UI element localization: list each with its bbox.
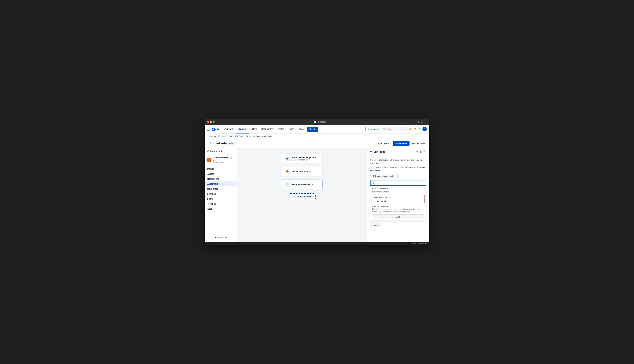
choose-fields-button[interactable]: ⚙ Choose fields to set... ▾ [370, 174, 398, 178]
turn-on-button[interactable]: Turn on rule [393, 141, 410, 146]
delete-button[interactable]: 🗑 [419, 150, 422, 153]
nav-item-filters[interactable]: Filters ▾ [249, 125, 260, 134]
nav-item-projects[interactable]: Projects ▾ [236, 125, 249, 134]
statusbar-user: Yuehu Lin (fntsr.tw) [412, 242, 427, 244]
chevron-down-icon: ▾ [234, 128, 235, 130]
flow-node-condition[interactable]: refined at is empty [282, 167, 322, 176]
nav-item-dashboards[interactable]: Dashboards ▾ [260, 125, 276, 134]
chevron-down-icon: ▾ [274, 128, 274, 130]
nav-item-apps[interactable]: Apps ▾ [297, 125, 306, 134]
browser-tab-icon: 📄 [314, 121, 316, 123]
trigger-text: When: Value changes for Story point esti… [292, 156, 316, 161]
main-layout: ⊕ Back to project i iThome Ironman 2024 … [205, 148, 429, 242]
share-icon[interactable]: ⬆ [418, 120, 420, 123]
project-name: iThome Ironman 2024 ... [213, 156, 235, 161]
sidebar-item-automation[interactable]: Automation [205, 182, 237, 186]
sidebar-item-toolchain[interactable]: Toolchain [205, 201, 237, 206]
chevron-right-icon: › [234, 198, 235, 200]
browser-tab-title: 私密瀏覽 [318, 120, 326, 123]
create-button[interactable]: Create [307, 127, 318, 132]
add-button[interactable]: Add [372, 214, 424, 219]
nav-item-teams[interactable]: Teams ▾ [276, 125, 287, 134]
nav-logo: ◆ Jira [207, 128, 220, 131]
apps-grid-icon[interactable] [207, 128, 210, 130]
condition-text: refined at is empty [292, 170, 310, 173]
chevron-down-icon: ▾ [396, 175, 396, 177]
sidebar-item-details[interactable]: Details [205, 166, 237, 172]
jira-logo[interactable]: ◆ Jira [212, 128, 220, 131]
breadcrumb-team[interactable]: iThome Ironman 2024 Team [218, 135, 244, 138]
project-logo: i [207, 158, 212, 162]
nav-item-plans[interactable]: Plans ▾ [287, 125, 297, 134]
breadcrumb-sep-1: / [217, 135, 217, 138]
minimize-dot[interactable] [210, 121, 212, 123]
jira-wordmark: Jira [215, 128, 220, 130]
new-badge: NEW [228, 142, 235, 145]
search-box[interactable]: 🔍 Search [382, 127, 406, 131]
traffic-lights [207, 121, 215, 123]
page-header: Untitled rule NEW Rule details Turn on r… [205, 139, 429, 148]
bookmark-icon[interactable]: □ [422, 120, 423, 123]
settings-icon[interactable]: ⚙ [418, 128, 420, 130]
sidebar-item-access[interactable]: Access [205, 172, 237, 176]
chevron-right-icon: › [234, 208, 235, 210]
notifications-icon[interactable]: 🔔 [408, 128, 412, 130]
breadcrumb-projects[interactable]: Projects [208, 135, 216, 138]
avatar[interactable]: YL [422, 127, 427, 131]
back-to-project[interactable]: ⊕ Back to project [205, 148, 237, 155]
chevron-down-icon: ▾ [285, 128, 286, 130]
copy-button[interactable]: ⧉ [416, 150, 418, 153]
field-search-field[interactable] [376, 180, 426, 186]
pencil-icon: ✏ [370, 150, 372, 153]
flow-node-action[interactable]: Then: Edit issue fields [282, 180, 322, 189]
sidebar: ⊕ Back to project i iThome Ironman 2024 … [205, 148, 238, 242]
edit-panel-title: ✏ Edit issue [370, 150, 385, 153]
titlebar-center: 📄 私密瀏覽 [224, 120, 416, 123]
close-dot[interactable] [207, 121, 209, 123]
invite-people-button[interactable]: Invite people [207, 235, 235, 240]
new-tab-icon[interactable]: ＋ [425, 120, 427, 123]
help-button[interactable]: ❓ [423, 150, 426, 153]
refined-at-checkbox[interactable] [374, 200, 376, 202]
nav-item-your-work[interactable]: Your work ▾ [222, 125, 236, 134]
nav-back-icon[interactable]: ‹ [218, 120, 220, 123]
cant-find-title: CAN'T FIND FIELD? [372, 206, 424, 207]
return-to-rules-button[interactable]: Return to rules [411, 141, 426, 146]
sidebar-item-board[interactable]: Board › [205, 196, 237, 201]
field-search-wrapper: ref [370, 180, 426, 186]
maximize-dot[interactable] [213, 121, 215, 123]
breadcrumb-automation: Automation [262, 135, 272, 138]
chevron-down-icon: ▾ [258, 128, 258, 130]
edit-panel-body: Set values for fields on the issue. Simp… [367, 156, 429, 242]
chevron-down-icon: ▾ [295, 128, 296, 130]
upgrade-icon: ✦ [368, 128, 369, 130]
breadcrumb-sep-3: / [261, 135, 261, 138]
gear-icon: ⚙ [372, 175, 374, 177]
sidebar-section: Details Access Notifications › Automatio… [205, 165, 237, 212]
sidebar-item-apps[interactable]: Apps › [205, 206, 237, 211]
breadcrumb-settings[interactable]: Project settings [246, 135, 260, 138]
help-icon[interactable]: ❓ [414, 128, 416, 130]
available-item-refined-at[interactable]: refined at [372, 199, 424, 203]
upgrade-button[interactable]: ✦ Upgrade [366, 127, 380, 131]
next-button[interactable]: Next [370, 222, 381, 228]
nav-forward-icon[interactable]: › [220, 120, 222, 123]
add-component-button[interactable]: ＋ + Add component [289, 194, 316, 200]
edit-panel-header: ✏ Edit issue ⧉ 🗑 ❓ [367, 148, 429, 156]
back-icon: ⊕ [207, 150, 209, 153]
field-search-input: ref [370, 180, 426, 186]
project-info: i iThome Ironman 2024 ... Software proje… [205, 155, 237, 165]
edit-panel-actions: ⧉ 🗑 ❓ [416, 150, 426, 153]
connector-3 [302, 189, 302, 193]
field-tag: ref [370, 180, 376, 186]
connector-1 [302, 163, 302, 167]
plus-icon: ＋ [292, 195, 294, 198]
available-fields-title: AVAILABLE FIELDS [372, 195, 424, 199]
sidebar-item-features[interactable]: Features [205, 191, 237, 196]
flow-node-trigger[interactable]: When: Value changes for Story point esti… [282, 154, 322, 163]
rule-details-button[interactable]: Rule details [376, 141, 391, 146]
edit-description-2: To display additional fields, select 'Mo… [370, 166, 426, 172]
nav-arrows: ‹ › [218, 120, 222, 123]
sidebar-item-notifications[interactable]: Notifications › [205, 176, 237, 182]
sidebar-item-issue-types[interactable]: Issue types [205, 186, 237, 191]
